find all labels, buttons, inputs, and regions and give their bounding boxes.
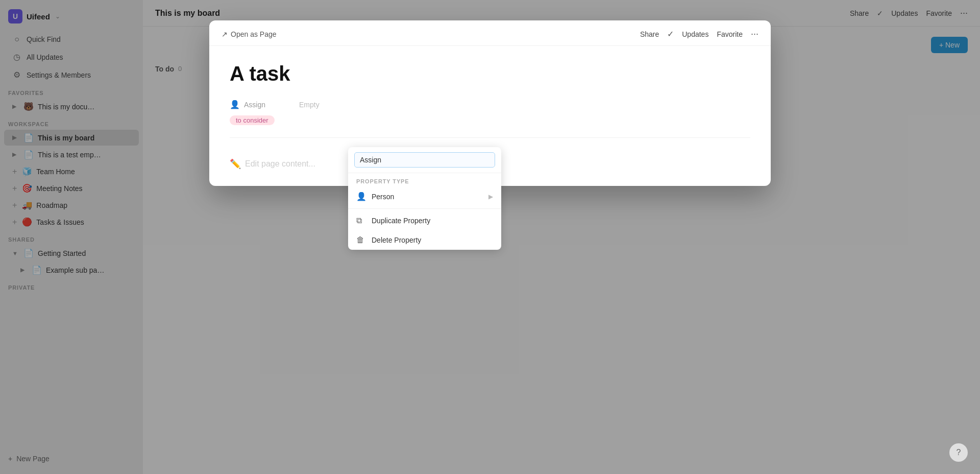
property-assign-row: 👤 Assign Empty — [230, 100, 750, 109]
modal-updates-check-icon: ✓ — [667, 29, 674, 39]
dropdown-divider — [348, 208, 501, 209]
modal-share-button[interactable]: Share — [640, 30, 659, 38]
person-item-label: Person — [372, 193, 394, 201]
assign-value[interactable]: Empty — [299, 101, 320, 109]
duplicate-icon: ⧉ — [356, 216, 366, 225]
modal-divider — [230, 137, 750, 138]
help-label: ? — [957, 448, 961, 457]
property-dropdown: PROPERTY TYPE 👤 Person ▶ ⧉ Duplicate Pro… — [348, 147, 501, 250]
pencil-icon: ✏️ — [230, 158, 241, 170]
dropdown-search-container — [348, 147, 501, 173]
assign-person-icon: 👤 — [230, 100, 240, 109]
duplicate-label: Duplicate Property — [372, 217, 430, 225]
open-as-page-label: Open as Page — [231, 30, 277, 38]
modal-properties: 👤 Assign Empty to consider — [230, 100, 750, 125]
help-button[interactable]: ? — [949, 443, 968, 462]
modal-more-button[interactable]: ··· — [751, 29, 758, 39]
person-type-icon: 👤 — [356, 192, 366, 201]
person-item-arrow-icon: ▶ — [488, 193, 493, 200]
edit-hint-text: Edit page content... — [245, 159, 315, 169]
dropdown-duplicate-item[interactable]: ⧉ Duplicate Property — [348, 211, 501, 230]
open-page-icon: ↗ — [222, 30, 228, 38]
property-search-input[interactable] — [354, 152, 495, 168]
delete-label: Delete Property — [372, 236, 421, 244]
status-tag[interactable]: to consider — [230, 115, 275, 125]
open-as-page-button[interactable]: ↗ Open as Page — [222, 30, 277, 38]
dropdown-person-item[interactable]: 👤 Person ▶ — [348, 186, 501, 206]
assign-label-text: Assign — [244, 101, 265, 109]
modal-topbar: ↗ Open as Page Share ✓ Updates Favorite … — [209, 20, 771, 46]
modal-actions: Share ✓ Updates Favorite ··· — [640, 29, 758, 39]
task-title[interactable]: A task — [230, 62, 750, 85]
modal-favorite-button[interactable]: Favorite — [717, 30, 743, 38]
modal-overlay[interactable]: ↗ Open as Page Share ✓ Updates Favorite … — [0, 0, 980, 474]
property-type-section-label: PROPERTY TYPE — [348, 173, 501, 186]
task-modal: ↗ Open as Page Share ✓ Updates Favorite … — [209, 20, 771, 186]
dropdown-delete-item[interactable]: 🗑 Delete Property — [348, 230, 501, 250]
modal-updates-button[interactable]: Updates — [682, 30, 708, 38]
delete-icon: 🗑 — [356, 235, 366, 245]
assign-property-label: 👤 Assign — [230, 100, 291, 109]
property-status-row: to consider — [230, 115, 750, 125]
